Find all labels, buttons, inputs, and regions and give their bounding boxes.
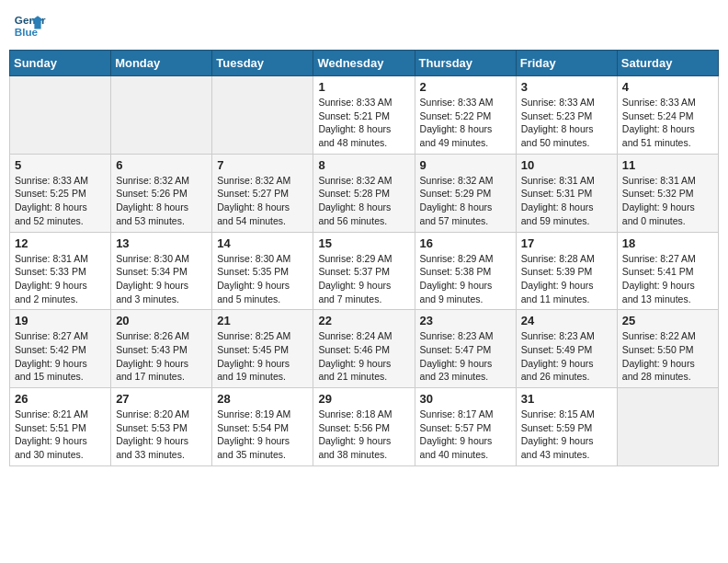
calendar-cell: 28Sunrise: 8:19 AM Sunset: 5:54 PM Dayli…	[212, 388, 313, 466]
week-row-4: 19Sunrise: 8:27 AM Sunset: 5:42 PM Dayli…	[10, 310, 719, 388]
day-number: 8	[318, 158, 409, 172]
day-info: Sunrise: 8:22 AM Sunset: 5:50 PM Dayligh…	[622, 329, 713, 384]
calendar-cell: 26Sunrise: 8:21 AM Sunset: 5:51 PM Dayli…	[10, 388, 111, 466]
day-number: 2	[420, 80, 511, 94]
day-number: 27	[116, 392, 207, 406]
calendar-cell: 17Sunrise: 8:28 AM Sunset: 5:39 PM Dayli…	[516, 232, 617, 310]
day-info: Sunrise: 8:21 AM Sunset: 5:51 PM Dayligh…	[15, 408, 106, 462]
calendar-cell: 3Sunrise: 8:33 AM Sunset: 5:23 PM Daylig…	[516, 76, 617, 155]
calendar-cell: 19Sunrise: 8:27 AM Sunset: 5:42 PM Dayli…	[10, 310, 111, 388]
calendar-cell: 8Sunrise: 8:32 AM Sunset: 5:28 PM Daylig…	[313, 154, 415, 232]
calendar-cell	[10, 76, 111, 155]
day-info: Sunrise: 8:23 AM Sunset: 5:49 PM Dayligh…	[521, 329, 612, 384]
day-info: Sunrise: 8:25 AM Sunset: 5:45 PM Dayligh…	[217, 329, 308, 384]
day-number: 20	[116, 314, 207, 327]
day-number: 26	[15, 392, 106, 406]
logo: General Blue	[13, 9, 48, 42]
page-header: General Blue	[9, 9, 719, 42]
weekday-header-thursday: Thursday	[415, 51, 516, 76]
calendar-cell: 7Sunrise: 8:32 AM Sunset: 5:27 PM Daylig…	[212, 154, 313, 232]
day-number: 4	[622, 80, 713, 94]
day-info: Sunrise: 8:29 AM Sunset: 5:37 PM Dayligh…	[318, 252, 409, 306]
day-info: Sunrise: 8:33 AM Sunset: 5:24 PM Dayligh…	[622, 96, 713, 150]
calendar-cell: 25Sunrise: 8:22 AM Sunset: 5:50 PM Dayli…	[617, 310, 718, 388]
logo-icon: General Blue	[13, 9, 46, 42]
calendar-cell: 11Sunrise: 8:31 AM Sunset: 5:32 PM Dayli…	[617, 154, 718, 232]
day-info: Sunrise: 8:32 AM Sunset: 5:27 PM Dayligh…	[217, 174, 308, 228]
day-info: Sunrise: 8:29 AM Sunset: 5:38 PM Dayligh…	[420, 252, 511, 306]
day-number: 21	[217, 314, 308, 327]
day-info: Sunrise: 8:20 AM Sunset: 5:53 PM Dayligh…	[116, 408, 207, 462]
day-number: 16	[420, 236, 511, 250]
day-info: Sunrise: 8:15 AM Sunset: 5:59 PM Dayligh…	[521, 408, 612, 462]
day-number: 31	[521, 392, 612, 406]
weekday-header-row: SundayMondayTuesdayWednesdayThursdayFrid…	[10, 51, 719, 76]
day-info: Sunrise: 8:28 AM Sunset: 5:39 PM Dayligh…	[521, 252, 612, 306]
calendar-cell: 6Sunrise: 8:32 AM Sunset: 5:26 PM Daylig…	[111, 154, 212, 232]
day-number: 29	[318, 392, 409, 406]
day-number: 7	[217, 158, 308, 172]
day-number: 12	[15, 236, 106, 250]
day-info: Sunrise: 8:33 AM Sunset: 5:21 PM Dayligh…	[318, 96, 409, 150]
day-info: Sunrise: 8:27 AM Sunset: 5:42 PM Dayligh…	[15, 329, 106, 384]
calendar-cell: 23Sunrise: 8:23 AM Sunset: 5:47 PM Dayli…	[415, 310, 516, 388]
day-info: Sunrise: 8:32 AM Sunset: 5:28 PM Dayligh…	[318, 174, 409, 228]
calendar-cell: 1Sunrise: 8:33 AM Sunset: 5:21 PM Daylig…	[313, 76, 415, 155]
day-info: Sunrise: 8:17 AM Sunset: 5:57 PM Dayligh…	[420, 408, 511, 462]
day-info: Sunrise: 8:27 AM Sunset: 5:41 PM Dayligh…	[622, 252, 713, 306]
day-number: 11	[622, 158, 713, 172]
calendar-cell: 2Sunrise: 8:33 AM Sunset: 5:22 PM Daylig…	[415, 76, 516, 155]
day-info: Sunrise: 8:33 AM Sunset: 5:25 PM Dayligh…	[15, 174, 106, 228]
day-number: 18	[622, 236, 713, 250]
week-row-2: 5Sunrise: 8:33 AM Sunset: 5:25 PM Daylig…	[10, 154, 719, 232]
day-info: Sunrise: 8:31 AM Sunset: 5:31 PM Dayligh…	[521, 174, 612, 228]
day-number: 13	[116, 236, 207, 250]
day-info: Sunrise: 8:30 AM Sunset: 5:35 PM Dayligh…	[217, 252, 308, 306]
day-number: 22	[318, 314, 409, 327]
calendar-cell: 18Sunrise: 8:27 AM Sunset: 5:41 PM Dayli…	[617, 232, 718, 310]
day-info: Sunrise: 8:31 AM Sunset: 5:33 PM Dayligh…	[15, 252, 106, 306]
day-info: Sunrise: 8:23 AM Sunset: 5:47 PM Dayligh…	[420, 329, 511, 384]
day-info: Sunrise: 8:31 AM Sunset: 5:32 PM Dayligh…	[622, 174, 713, 228]
day-number: 19	[15, 314, 106, 327]
calendar-cell: 29Sunrise: 8:18 AM Sunset: 5:56 PM Dayli…	[313, 388, 415, 466]
calendar-cell: 27Sunrise: 8:20 AM Sunset: 5:53 PM Dayli…	[111, 388, 212, 466]
weekday-header-wednesday: Wednesday	[313, 51, 415, 76]
day-info: Sunrise: 8:19 AM Sunset: 5:54 PM Dayligh…	[217, 408, 308, 462]
day-number: 25	[622, 314, 713, 327]
day-info: Sunrise: 8:32 AM Sunset: 5:26 PM Dayligh…	[116, 174, 207, 228]
day-info: Sunrise: 8:33 AM Sunset: 5:23 PM Dayligh…	[521, 96, 612, 150]
calendar-cell: 21Sunrise: 8:25 AM Sunset: 5:45 PM Dayli…	[212, 310, 313, 388]
calendar-cell: 22Sunrise: 8:24 AM Sunset: 5:46 PM Dayli…	[313, 310, 415, 388]
calendar-cell: 13Sunrise: 8:30 AM Sunset: 5:34 PM Dayli…	[111, 232, 212, 310]
week-row-3: 12Sunrise: 8:31 AM Sunset: 5:33 PM Dayli…	[10, 232, 719, 310]
calendar-cell: 31Sunrise: 8:15 AM Sunset: 5:59 PM Dayli…	[516, 388, 617, 466]
day-number: 24	[521, 314, 612, 327]
weekday-header-saturday: Saturday	[617, 51, 718, 76]
day-info: Sunrise: 8:32 AM Sunset: 5:29 PM Dayligh…	[420, 174, 511, 228]
calendar-cell: 16Sunrise: 8:29 AM Sunset: 5:38 PM Dayli…	[415, 232, 516, 310]
weekday-header-friday: Friday	[516, 51, 617, 76]
calendar-cell: 12Sunrise: 8:31 AM Sunset: 5:33 PM Dayli…	[10, 232, 111, 310]
day-number: 23	[420, 314, 511, 327]
weekday-header-sunday: Sunday	[10, 51, 111, 76]
day-info: Sunrise: 8:30 AM Sunset: 5:34 PM Dayligh…	[116, 252, 207, 306]
day-number: 5	[15, 158, 106, 172]
day-info: Sunrise: 8:33 AM Sunset: 5:22 PM Dayligh…	[420, 96, 511, 150]
calendar-cell: 15Sunrise: 8:29 AM Sunset: 5:37 PM Dayli…	[313, 232, 415, 310]
week-row-5: 26Sunrise: 8:21 AM Sunset: 5:51 PM Dayli…	[10, 388, 719, 466]
week-row-1: 1Sunrise: 8:33 AM Sunset: 5:21 PM Daylig…	[10, 76, 719, 155]
calendar-table: SundayMondayTuesdayWednesdayThursdayFrid…	[9, 50, 719, 466]
day-number: 1	[318, 80, 409, 94]
calendar-cell: 9Sunrise: 8:32 AM Sunset: 5:29 PM Daylig…	[415, 154, 516, 232]
day-number: 10	[521, 158, 612, 172]
day-info: Sunrise: 8:24 AM Sunset: 5:46 PM Dayligh…	[318, 329, 409, 384]
day-number: 6	[116, 158, 207, 172]
calendar-cell	[212, 76, 313, 155]
day-number: 17	[521, 236, 612, 250]
weekday-header-tuesday: Tuesday	[212, 51, 313, 76]
calendar-cell: 5Sunrise: 8:33 AM Sunset: 5:25 PM Daylig…	[10, 154, 111, 232]
day-number: 30	[420, 392, 511, 406]
calendar-cell: 10Sunrise: 8:31 AM Sunset: 5:31 PM Dayli…	[516, 154, 617, 232]
day-number: 15	[318, 236, 409, 250]
